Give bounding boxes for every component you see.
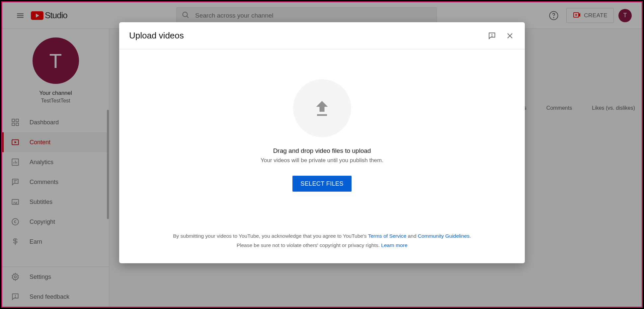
feedback-icon[interactable] <box>487 31 497 41</box>
modal-overlay: Upload videos Drag and drop video files … <box>2 2 642 307</box>
modal-title: Upload videos <box>129 31 184 41</box>
svg-rect-31 <box>317 114 327 116</box>
tos-link[interactable]: Terms of Service <box>368 233 406 239</box>
upload-dropzone[interactable] <box>293 79 351 137</box>
close-icon[interactable] <box>505 31 515 41</box>
modal-header: Upload videos <box>119 22 525 49</box>
svg-point-28 <box>492 36 492 36</box>
upload-modal: Upload videos Drag and drop video files … <box>119 22 525 263</box>
upload-heading: Drag and drop video files to upload <box>273 147 371 154</box>
learn-more-link[interactable]: Learn more <box>381 242 407 248</box>
guidelines-link[interactable]: Community Guidelines <box>418 233 470 239</box>
select-files-button[interactable]: SELECT FILES <box>292 176 352 192</box>
legal-text: By submitting your videos to YouTube, yo… <box>173 231 471 250</box>
modal-body: Drag and drop video files to upload Your… <box>119 49 525 263</box>
upload-icon <box>312 98 332 118</box>
upload-subheading: Your videos will be private until you pu… <box>261 157 383 164</box>
